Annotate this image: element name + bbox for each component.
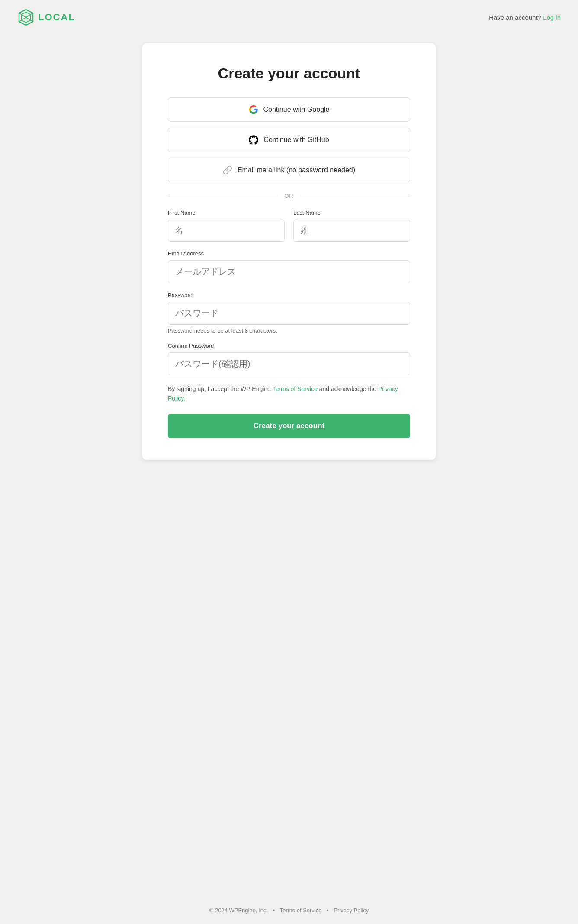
create-account-button[interactable]: Create your account	[168, 414, 410, 438]
or-line-right	[301, 196, 410, 196]
terms-mid: and acknowledge the	[318, 385, 378, 392]
password-hint: Password needs to be at least 8 characte…	[168, 327, 410, 334]
name-row: First Name Last Name	[168, 210, 410, 242]
header: LOCAL Have an account? Log in	[0, 0, 578, 35]
footer-copyright: © 2024 WPEngine, Inc.	[209, 907, 268, 914]
last-name-label: Last Name	[293, 210, 410, 216]
link-icon	[223, 165, 232, 175]
login-link[interactable]: Log in	[543, 14, 561, 21]
card-title: Create your account	[168, 65, 410, 82]
footer-privacy-link[interactable]: Privacy Policy	[334, 907, 369, 914]
github-signin-button[interactable]: Continue with GitHub	[168, 128, 410, 152]
local-logo-icon	[17, 9, 35, 26]
github-btn-label: Continue with GitHub	[263, 136, 329, 144]
first-name-label: First Name	[168, 210, 285, 216]
or-text: OR	[284, 193, 294, 199]
footer-dot-2: •	[327, 907, 329, 914]
google-signin-button[interactable]: Continue with Google	[168, 97, 410, 122]
email-group: Email Address	[168, 250, 410, 283]
footer-terms-link[interactable]: Terms of Service	[280, 907, 322, 914]
email-label: Email Address	[168, 250, 410, 257]
have-account-text: Have an account?	[489, 14, 541, 21]
first-name-input[interactable]	[168, 220, 285, 242]
or-line-left	[168, 196, 277, 196]
terms-pre: By signing up, I accept the WP Engine	[168, 385, 273, 392]
github-icon	[249, 135, 258, 145]
or-divider: OR	[168, 193, 410, 199]
email-link-btn-label: Email me a link (no password needed)	[238, 166, 355, 174]
terms-of-service-link[interactable]: Terms of Service	[273, 385, 318, 392]
email-link-button[interactable]: Email me a link (no password needed)	[168, 158, 410, 182]
main-content: Create your account Continue with Google…	[0, 35, 578, 897]
email-input[interactable]	[168, 260, 410, 283]
header-right: Have an account? Log in	[489, 14, 561, 21]
confirm-password-group: Confirm Password	[168, 342, 410, 375]
footer-dot-1: •	[273, 907, 275, 914]
password-group: Password Password needs to be at least 8…	[168, 292, 410, 334]
password-label: Password	[168, 292, 410, 298]
last-name-input[interactable]	[293, 220, 410, 242]
terms-text: By signing up, I accept the WP Engine Te…	[168, 384, 410, 404]
confirm-password-input[interactable]	[168, 352, 410, 375]
google-btn-label: Continue with Google	[263, 106, 330, 113]
confirm-password-label: Confirm Password	[168, 342, 410, 349]
footer: © 2024 WPEngine, Inc. • Terms of Service…	[0, 897, 578, 924]
first-name-group: First Name	[168, 210, 285, 242]
password-input[interactable]	[168, 302, 410, 325]
google-icon	[249, 105, 258, 114]
logo: LOCAL	[17, 9, 75, 26]
logo-text: LOCAL	[38, 12, 75, 23]
signup-card: Create your account Continue with Google…	[142, 43, 436, 460]
last-name-group: Last Name	[293, 210, 410, 242]
